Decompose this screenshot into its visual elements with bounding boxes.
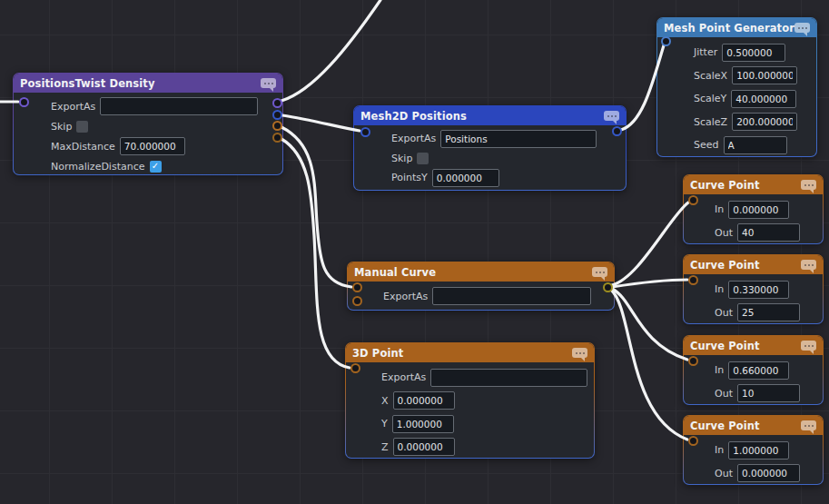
field-row: X (381, 390, 594, 413)
field-row: ScaleZ (694, 111, 816, 134)
output-port[interactable] (272, 98, 282, 108)
field-input[interactable] (120, 137, 185, 155)
output-port[interactable] (272, 110, 282, 120)
field-label: ScaleX (694, 70, 727, 82)
node-title-bar[interactable]: 3D Point (346, 343, 594, 362)
field-row: PointsY (391, 168, 626, 188)
node-title-bar[interactable]: Curve Point (684, 416, 823, 435)
comment-icon[interactable] (572, 348, 587, 358)
field-input[interactable] (393, 391, 455, 410)
input-port[interactable] (688, 436, 698, 446)
field-input[interactable] (737, 223, 800, 242)
field-input[interactable] (737, 384, 800, 402)
node-title-bar[interactable]: Curve Point (684, 336, 823, 355)
field-label: PointsY (391, 172, 428, 183)
comment-icon[interactable] (261, 78, 276, 88)
output-port[interactable] (603, 282, 613, 292)
checkbox-checked[interactable]: ✓ (150, 161, 162, 173)
node-curve-point-3: Curve PointInOut (683, 335, 824, 405)
input-port[interactable] (688, 356, 698, 366)
field-label: ExportAs (381, 371, 426, 383)
field-label: MaxDistance (51, 141, 115, 153)
field-row: Seed (694, 133, 816, 156)
node-title-bar[interactable]: Curve Point (684, 255, 823, 274)
comment-icon[interactable] (801, 420, 816, 430)
output-port[interactable] (272, 121, 282, 131)
input-port[interactable] (360, 127, 370, 137)
node-mesh-point-generator: Mesh Point GeneratorJitterScaleXScaleYSc… (656, 17, 817, 157)
field-input[interactable] (728, 441, 789, 460)
field-input[interactable] (737, 464, 800, 482)
node-manual-curve: Manual CurveExportAs (347, 262, 615, 311)
field-label: Z (381, 441, 389, 453)
field-input[interactable] (724, 136, 787, 154)
output-port[interactable] (272, 133, 282, 143)
field-row: In (715, 278, 823, 301)
field-input[interactable] (737, 303, 800, 321)
node-graph-canvas[interactable]: PositionsTwist DensityExportAsSkipMaxDis… (0, 0, 829, 504)
field-input[interactable] (732, 66, 797, 84)
field-input[interactable] (432, 287, 591, 305)
field-row: In (715, 359, 823, 382)
field-label: ScaleZ (694, 116, 727, 128)
field-input[interactable] (100, 97, 258, 115)
node-positions-twist-density: PositionsTwist DensityExportAsSkipMaxDis… (13, 73, 283, 175)
node-title: PositionsTwist Density (20, 77, 155, 90)
comment-icon[interactable] (794, 23, 810, 33)
node-title-bar[interactable]: PositionsTwist Density (14, 74, 282, 93)
input-port[interactable] (688, 195, 698, 205)
field-input[interactable] (731, 90, 796, 108)
node-mesh2d-positions: Mesh2D PositionsExportAsSkipPointsY (353, 105, 627, 191)
input-port[interactable] (352, 296, 362, 306)
node-title-bar[interactable]: Manual Curve (348, 262, 614, 282)
checkbox-unchecked[interactable] (76, 121, 88, 133)
field-input[interactable] (430, 369, 587, 387)
input-port[interactable] (688, 275, 698, 285)
field-input[interactable] (728, 201, 789, 219)
field-input[interactable] (732, 113, 797, 131)
field-label: Y (381, 418, 388, 430)
node-title: Curve Point (690, 259, 760, 272)
field-input[interactable] (728, 361, 789, 380)
node-title-bar[interactable]: Mesh2D Positions (354, 106, 626, 125)
field-row: MaxDistance (51, 136, 282, 156)
input-port[interactable] (19, 97, 29, 107)
field-row: ScaleY (694, 87, 816, 111)
field-input[interactable] (728, 281, 789, 299)
field-row: Jitter (694, 41, 816, 64)
field-row: ExportAs (381, 366, 594, 390)
field-input[interactable] (440, 130, 597, 148)
wire (281, 0, 380, 101)
comment-icon[interactable] (801, 260, 816, 270)
field-input[interactable] (393, 438, 455, 456)
input-port[interactable] (350, 363, 360, 373)
field-row: Out (715, 301, 823, 324)
checkbox-unchecked[interactable] (417, 153, 429, 164)
node-title: 3D Point (352, 347, 403, 360)
field-input[interactable] (432, 169, 499, 187)
comment-icon[interactable] (801, 180, 816, 190)
node-title: Curve Point (690, 179, 760, 192)
input-port[interactable] (661, 36, 671, 46)
field-label: Out (715, 388, 733, 400)
input-port[interactable] (352, 282, 362, 292)
field-label: Skip (391, 153, 412, 164)
node-curve-point-2: Curve PointInOut (683, 254, 824, 324)
field-row: Out (715, 222, 823, 244)
comment-icon[interactable] (604, 111, 619, 121)
comment-icon[interactable] (592, 267, 607, 277)
node-title: Curve Point (690, 340, 760, 352)
node-title-bar[interactable]: Mesh Point Generator (657, 18, 816, 37)
field-input[interactable] (392, 415, 454, 433)
output-port[interactable] (612, 126, 622, 136)
comment-icon[interactable] (801, 341, 816, 351)
node-title: Manual Curve (354, 266, 436, 279)
field-input[interactable] (722, 44, 785, 62)
field-label: ExportAs (391, 133, 436, 144)
field-label: Out (715, 307, 733, 319)
node-title: Curve Point (690, 420, 760, 432)
node-title-bar[interactable]: Curve Point (684, 175, 823, 194)
wire (281, 139, 350, 368)
field-row: ExportAs (383, 285, 614, 307)
node-title: Mesh Point Generator (664, 22, 794, 35)
